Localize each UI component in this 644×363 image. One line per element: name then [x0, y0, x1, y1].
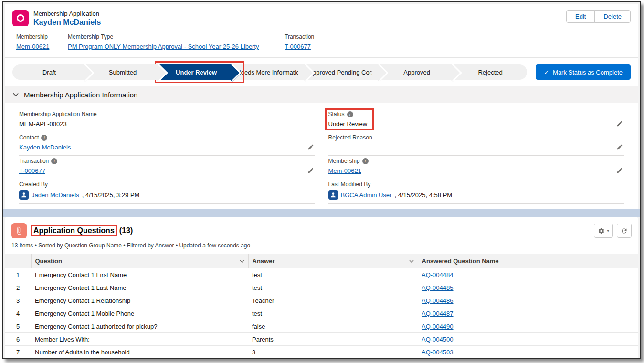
- row-number: 7: [5, 346, 31, 359]
- membership-type-link[interactable]: PM Program ONLY Membership Approval - Sc…: [68, 43, 259, 50]
- row-number: 1: [5, 268, 31, 281]
- chevron-down-icon: [12, 91, 19, 98]
- question-cell: Emergency Contact 1 Mobile Phone: [31, 307, 248, 320]
- question-cell: Emergency Contact 1 First Name: [31, 268, 248, 281]
- field-membership: Membership i Mem-00621: [328, 156, 624, 179]
- answered-question-link[interactable]: AQ-004486: [422, 297, 454, 304]
- info-icon[interactable]: i: [347, 111, 353, 117]
- table-row: 1 Emergency Contact 1 First Name test AQ…: [5, 268, 638, 281]
- highlight-membership: Membership Mem-00621: [16, 33, 58, 51]
- membership-link[interactable]: Mem-00621: [328, 167, 361, 174]
- path-assistant: Draft Submitted Under Review Needs More …: [5, 57, 638, 86]
- header-actions: Edit Delete: [566, 10, 631, 23]
- last-modified-by-link[interactable]: BGCA Admin User: [341, 192, 392, 199]
- path-step-draft[interactable]: Draft: [12, 64, 86, 80]
- row-number: 3: [5, 294, 31, 307]
- field-created-by: Created By Jaden McDaniels , 4/15/2025, …: [19, 180, 315, 204]
- created-by-link[interactable]: Jaden McDaniels: [32, 192, 79, 199]
- refresh-button[interactable]: [617, 224, 632, 238]
- field-last-modified-by: Last Modified By BGCA Admin User , 4/15/…: [328, 180, 624, 204]
- answered-question-link[interactable]: AQ-004490: [422, 323, 454, 330]
- path-steps: Draft Submitted Under Review Needs More …: [12, 64, 527, 80]
- field-label: Rejected Reason: [328, 134, 624, 141]
- application-questions-icon: [11, 223, 27, 238]
- answer-cell: false: [248, 320, 418, 333]
- field-value: [328, 143, 624, 151]
- column-header-question[interactable]: Question: [31, 254, 248, 268]
- column-header-answered-question-name[interactable]: Answered Question Name: [418, 254, 638, 268]
- field-label: Membership Application Name: [19, 111, 315, 117]
- contact-link[interactable]: Kayden McDaniels: [19, 144, 71, 151]
- column-label: Question: [35, 257, 62, 265]
- answered-question-link[interactable]: AQ-004485: [422, 284, 454, 291]
- question-cell: Emergency Contact 1 Last Name: [31, 281, 248, 294]
- answer-cell: test: [248, 281, 418, 294]
- field-label: Membership Type: [68, 33, 273, 40]
- field-status: Status i Under Review: [328, 109, 624, 132]
- highlights-panel: Membership Mem-00621 Membership Type PM …: [5, 30, 638, 57]
- info-icon[interactable]: i: [41, 135, 47, 141]
- application-questions-table: Question Answer Answered Question Name: [5, 254, 638, 359]
- edit-pencil-icon[interactable]: [616, 167, 623, 174]
- edit-pencil-icon[interactable]: [616, 120, 623, 127]
- avatar: [328, 190, 338, 200]
- highlight-membership-type: Membership Type PM Program ONLY Membersh…: [68, 33, 273, 51]
- related-list-actions: ▾: [594, 224, 632, 238]
- field-transaction: Transaction i T-000677: [19, 156, 315, 179]
- info-icon[interactable]: i: [362, 158, 369, 164]
- section-header-membership-application-information[interactable]: Membership Application Information: [5, 86, 638, 103]
- answer-cell: 3: [248, 346, 418, 359]
- info-icon[interactable]: i: [51, 158, 57, 164]
- path-step-under-review[interactable]: Under Review: [159, 64, 233, 80]
- answer-cell: test: [248, 307, 418, 320]
- answered-question-link[interactable]: AQ-004487: [422, 310, 454, 317]
- edit-pencil-icon[interactable]: [616, 144, 623, 150]
- path-step-label: Under Review: [176, 69, 217, 76]
- field-label: Membership: [328, 158, 360, 164]
- transaction-link[interactable]: T-000677: [19, 167, 45, 174]
- path-step-approved[interactable]: Approved: [380, 64, 454, 80]
- question-cell: Number of Adults in the household: [31, 346, 248, 359]
- path-step-submitted[interactable]: Submitted: [86, 64, 159, 80]
- delete-button[interactable]: Delete: [594, 10, 631, 23]
- list-settings-button[interactable]: ▾: [594, 224, 613, 238]
- table-header-row: Question Answer Answered Question Name: [5, 254, 638, 268]
- related-list-count: (13): [119, 226, 133, 235]
- column-label: Answer: [253, 257, 275, 265]
- edit-pencil-icon[interactable]: [307, 144, 314, 150]
- check-icon: ✓: [544, 69, 549, 76]
- path-step-rejected[interactable]: Rejected: [454, 64, 527, 80]
- related-list-title[interactable]: Application Questions: [32, 225, 116, 235]
- field-label: Status: [328, 111, 345, 117]
- refresh-icon: [621, 227, 628, 235]
- question-cell: Emergency Contact 1 Relationship: [31, 294, 248, 307]
- path-step-approved-pending[interactable]: Approved Pending Con...: [306, 64, 380, 80]
- path-step-needs-more-information[interactable]: Needs More Information: [233, 64, 306, 80]
- record-detail-fields: Membership Application Name MEM-APL-0002…: [5, 103, 638, 209]
- field-label: Created By: [19, 181, 315, 188]
- answer-cell: Teacher: [248, 294, 418, 307]
- row-number: 2: [5, 281, 31, 294]
- column-label: Answered Question Name: [422, 257, 499, 265]
- related-list-meta: 13 items • Sorted by Question Group Name…: [5, 239, 638, 254]
- highlight-transaction: Transaction T-000677: [285, 33, 314, 51]
- record-title: Kayden McDaniels: [33, 18, 566, 27]
- edit-pencil-icon[interactable]: [307, 167, 314, 174]
- transaction-link[interactable]: T-000677: [285, 43, 311, 50]
- field-label: Transaction: [19, 158, 49, 164]
- answered-question-link[interactable]: AQ-004484: [422, 271, 454, 278]
- answered-question-link[interactable]: AQ-004500: [422, 336, 454, 343]
- edit-button[interactable]: Edit: [566, 10, 595, 23]
- field-label: Contact: [19, 134, 39, 141]
- page: Membership Application Kayden McDaniels …: [2, 1, 641, 359]
- mark-status-complete-button[interactable]: ✓ Mark Status as Complete: [536, 64, 631, 80]
- section-title: Membership Application Information: [24, 91, 137, 99]
- question-cell: Emergency Contact 1 authorized for picku…: [31, 320, 248, 333]
- related-list-header: Application Questions (13) ▾: [5, 217, 638, 239]
- answered-question-link[interactable]: AQ-004503: [422, 349, 454, 356]
- membership-link[interactable]: Mem-00621: [16, 43, 49, 50]
- field-label: Last Modified By: [328, 181, 624, 188]
- related-list-card: Application Questions (13) ▾ 13 items • …: [5, 217, 638, 359]
- field-label: Membership: [16, 33, 58, 40]
- column-header-answer[interactable]: Answer: [248, 254, 418, 268]
